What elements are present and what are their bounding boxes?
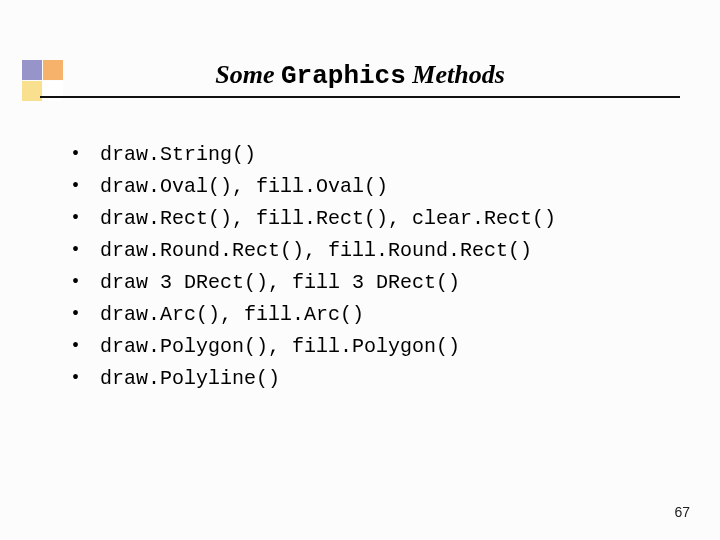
bullet-dot: • — [72, 202, 100, 232]
bullet-dot: • — [72, 234, 100, 264]
bullet-list: • draw.String() • draw.Oval(), fill.Oval… — [72, 138, 556, 394]
bullet-dot: • — [72, 170, 100, 200]
list-item-text: draw.Polygon(), fill.Polygon() — [100, 332, 460, 362]
list-item: • draw.Polyline() — [72, 362, 556, 394]
bullet-dot: • — [72, 362, 100, 392]
page-title: Some Graphics Methods — [215, 60, 505, 89]
title-wrap: Some Graphics Methods — [0, 60, 720, 91]
list-item: • draw.Polygon(), fill.Polygon() — [72, 330, 556, 362]
title-rule — [40, 96, 680, 98]
list-item-text: draw.Arc(), fill.Arc() — [100, 300, 364, 330]
list-item-text: draw.Oval(), fill.Oval() — [100, 172, 388, 202]
title-part-graphics: Graphics — [281, 61, 406, 91]
bullet-dot: • — [72, 266, 100, 296]
list-item-text: draw.Round.Rect(), fill.Round.Rect() — [100, 236, 532, 266]
list-item-text: draw 3 DRect(), fill 3 DRect() — [100, 268, 460, 298]
list-item: • draw.Rect(), fill.Rect(), clear.Rect() — [72, 202, 556, 234]
list-item: • draw 3 DRect(), fill 3 DRect() — [72, 266, 556, 298]
bullet-dot: • — [72, 138, 100, 168]
list-item: • draw.Arc(), fill.Arc() — [72, 298, 556, 330]
page-number: 67 — [674, 504, 690, 520]
slide: Some Graphics Methods • draw.String() • … — [0, 0, 720, 540]
bullet-dot: • — [72, 298, 100, 328]
bullet-dot: • — [72, 330, 100, 360]
list-item: • draw.Round.Rect(), fill.Round.Rect() — [72, 234, 556, 266]
list-item: • draw.String() — [72, 138, 556, 170]
title-part-methods: Methods — [406, 60, 505, 89]
list-item-text: draw.String() — [100, 140, 256, 170]
title-part-some: Some — [215, 60, 281, 89]
list-item-text: draw.Rect(), fill.Rect(), clear.Rect() — [100, 204, 556, 234]
list-item-text: draw.Polyline() — [100, 364, 280, 394]
list-item: • draw.Oval(), fill.Oval() — [72, 170, 556, 202]
